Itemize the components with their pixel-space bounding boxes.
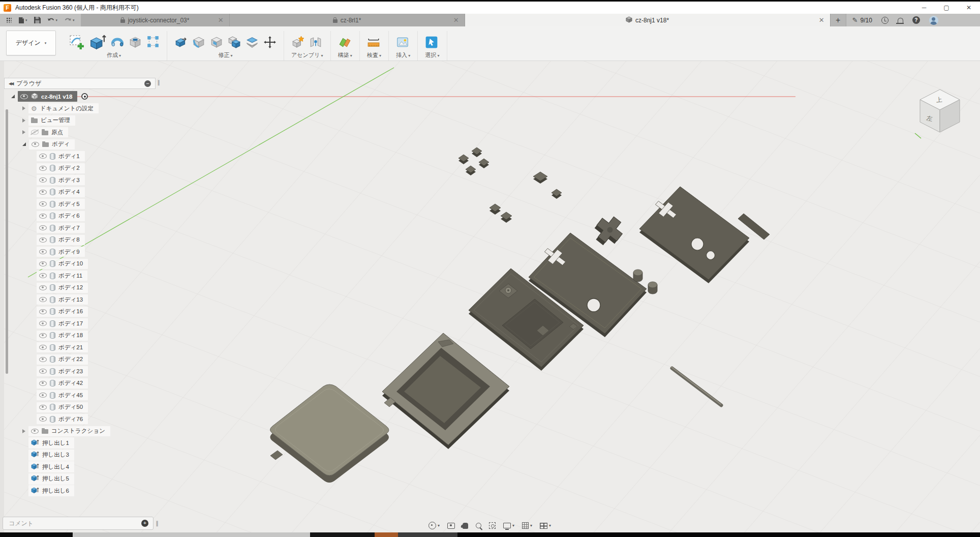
panel-resize-handle[interactable]: ∥ xyxy=(158,79,161,86)
chamfer-icon[interactable] xyxy=(210,36,223,49)
combine-icon[interactable] xyxy=(228,36,241,49)
save-icon[interactable] xyxy=(34,17,41,23)
browser-row[interactable]: ⚙ 押し出し1 xyxy=(4,437,156,450)
undo-icon[interactable]: ▾ xyxy=(47,17,58,23)
browser-row[interactable]: ⚙ ボディ50 xyxy=(4,401,156,413)
visibility-eye-icon[interactable] xyxy=(39,369,47,374)
clock-icon[interactable] xyxy=(881,17,889,24)
measure-icon[interactable] xyxy=(367,36,380,49)
browser-row[interactable]: ⚙ ドキュメントの設定 xyxy=(4,103,156,115)
visibility-eye-icon[interactable] xyxy=(39,321,47,326)
visibility-eye-icon[interactable] xyxy=(39,261,47,266)
document-tab[interactable]: joystick-connector_03* ✕ xyxy=(81,14,230,26)
visibility-eye-icon[interactable] xyxy=(39,357,47,362)
visibility-eye-icon[interactable] xyxy=(20,94,28,99)
browser-header[interactable]: ◀◀ ブラウザ − ∥ xyxy=(4,78,156,89)
browser-scrollbar[interactable] xyxy=(6,109,8,374)
browser-row[interactable]: ⚙ ボディ4 xyxy=(4,186,156,198)
group-label-assemble[interactable]: アセンブリ xyxy=(291,51,323,61)
visibility-eye-icon[interactable] xyxy=(39,273,47,278)
joint-icon[interactable] xyxy=(309,36,322,49)
browser-row[interactable]: ⚙ ボディ xyxy=(4,138,156,151)
group-label-select[interactable]: 選択 xyxy=(425,51,439,61)
browser-row[interactable]: ⚙ ボディ6 xyxy=(4,210,156,222)
browser-row[interactable]: ⚙ ボディ5 xyxy=(4,198,156,211)
browser-row[interactable]: ⚙ cz-8nj1 v18 xyxy=(4,91,156,103)
browser-row[interactable]: ⚙ ボディ45 xyxy=(4,390,156,402)
move-icon[interactable] xyxy=(263,36,277,49)
redo-icon[interactable]: ▾ xyxy=(64,17,75,23)
disclosure-arrow-icon[interactable] xyxy=(11,95,15,98)
visibility-eye-icon[interactable] xyxy=(39,297,47,302)
browser-row[interactable]: ⚙ ボディ76 xyxy=(4,413,156,426)
browser-row[interactable]: ⚙ ボディ2 xyxy=(4,162,156,174)
group-label-modify[interactable]: 修正 xyxy=(174,51,277,61)
browser-row[interactable]: ⚙ ボディ17 xyxy=(4,318,156,330)
group-label-create[interactable]: 作成 xyxy=(68,51,160,61)
group-label-insert[interactable]: 挿入 xyxy=(396,51,410,61)
visibility-eye-icon[interactable] xyxy=(39,166,47,171)
maximize-button[interactable]: ▢ xyxy=(935,2,958,14)
extrude-icon[interactable] xyxy=(89,34,106,50)
group-label-inspect[interactable]: 検査 xyxy=(367,51,381,61)
minimize-panel-icon[interactable]: − xyxy=(144,80,151,87)
disclosure-arrow-icon[interactable] xyxy=(22,106,25,110)
comment-resize-handle[interactable]: ∥ xyxy=(156,520,159,527)
disclosure-arrow-icon[interactable] xyxy=(22,118,25,123)
help-icon[interactable]: ? xyxy=(912,16,920,24)
document-tab[interactable]: cz-8nj1 v18* ✕ xyxy=(465,14,831,26)
visibility-eye-icon[interactable] xyxy=(39,333,47,338)
browser-row[interactable]: ⚙ ボディ23 xyxy=(4,366,156,378)
tab-close-icon[interactable]: ✕ xyxy=(218,16,224,24)
visibility-eye-icon[interactable] xyxy=(39,309,47,314)
browser-row[interactable]: ⚙ ボディ10 xyxy=(4,258,156,270)
browser-row[interactable]: ⚙ ボディ21 xyxy=(4,342,156,354)
browser-row[interactable]: ⚙ ボディ12 xyxy=(4,282,156,294)
visibility-eye-icon[interactable] xyxy=(39,416,47,422)
nav-icon[interactable] xyxy=(447,523,455,529)
document-tab[interactable]: cz-8rl1* ✕ xyxy=(230,14,465,26)
nav-icon[interactable] xyxy=(540,523,551,529)
visibility-eye-icon[interactable] xyxy=(39,214,47,219)
disclosure-arrow-icon[interactable] xyxy=(22,429,25,433)
browser-row[interactable]: ⚙ ボディ7 xyxy=(4,222,156,234)
select-icon[interactable] xyxy=(425,36,438,49)
visibility-eye-icon[interactable] xyxy=(39,393,47,398)
browser-row[interactable]: ⚙ 押し出し6 xyxy=(4,485,156,497)
nav-icon[interactable] xyxy=(463,523,468,529)
fillet-icon[interactable] xyxy=(192,36,205,49)
visibility-eye-icon[interactable] xyxy=(31,429,39,434)
visibility-eye-icon[interactable] xyxy=(39,237,47,243)
browser-row[interactable]: ⚙ ボディ11 xyxy=(4,270,156,282)
visibility-eye-icon[interactable] xyxy=(39,405,47,410)
new-file-icon[interactable]: ▾ xyxy=(18,17,27,24)
workspace-selector[interactable]: デザイン▾ xyxy=(6,31,56,55)
visibility-eye-icon[interactable] xyxy=(39,201,47,206)
create-sketch-icon[interactable] xyxy=(68,34,85,50)
visibility-eye-icon[interactable] xyxy=(39,225,47,230)
browser-row[interactable]: ⚙ ボディ42 xyxy=(4,377,156,390)
visibility-eye-icon[interactable] xyxy=(39,285,47,290)
new-tab-button[interactable]: + xyxy=(831,14,846,26)
visibility-eye-icon[interactable] xyxy=(39,190,47,195)
browser-row[interactable]: ⚙ ビュー管理 xyxy=(4,114,156,127)
insert-image-icon[interactable] xyxy=(396,36,409,49)
visibility-eye-icon[interactable] xyxy=(39,249,47,254)
browser-row[interactable]: ⚙ 押し出し3 xyxy=(4,449,156,461)
hole-icon[interactable] xyxy=(129,36,142,49)
visibility-eye-icon[interactable] xyxy=(39,345,47,350)
browser-row[interactable]: ⚙ ボディ1 xyxy=(4,151,156,163)
minimize-button[interactable]: ─ xyxy=(913,2,935,14)
browser-row[interactable]: ⚙ 原点 xyxy=(4,127,156,139)
tab-close-icon[interactable]: ✕ xyxy=(453,16,459,24)
browser-row[interactable]: ⚙ ボディ3 xyxy=(4,174,156,187)
add-comment-icon[interactable]: + xyxy=(141,520,148,527)
active-component-radio[interactable] xyxy=(81,93,88,100)
group-label-construct[interactable]: 構築 xyxy=(338,51,352,61)
viewport[interactable]: 上 左 ◀◀ ブラウザ − ∥ xyxy=(0,61,980,532)
construction-plane-icon[interactable] xyxy=(338,36,351,49)
nav-icon[interactable] xyxy=(428,522,440,529)
app-grid-icon[interactable] xyxy=(6,17,12,23)
browser-row[interactable]: ⚙ コンストラクション xyxy=(4,425,156,437)
browser-row[interactable]: ⚙ ボディ18 xyxy=(4,330,156,342)
